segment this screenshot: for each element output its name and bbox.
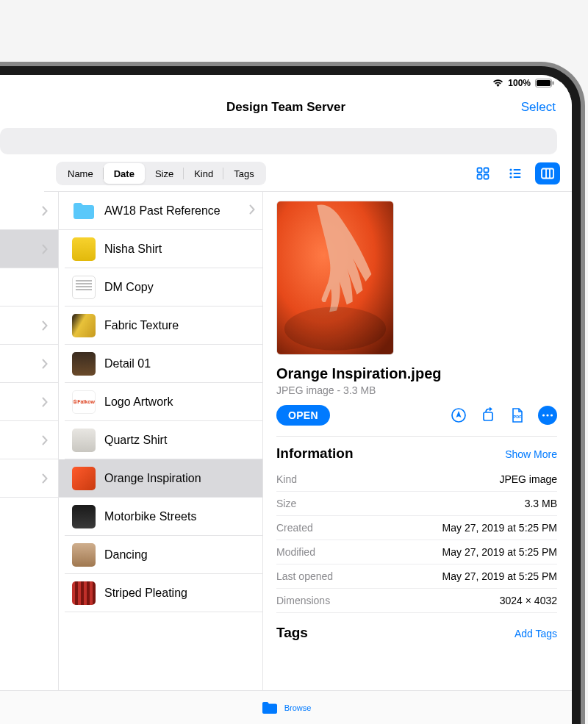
info-value: 3.3 MB [525,498,557,509]
markup-icon[interactable] [450,406,467,424]
info-key: Last opened [276,570,333,582]
view-columns-button[interactable] [535,162,560,184]
info-key: Dimensions [276,595,330,606]
file-thumbnail [72,352,96,376]
file-name: Orange Inspiration.jpeg [276,365,557,382]
svg-rect-12 [514,176,521,178]
svg-rect-3 [478,168,482,173]
parent-row[interactable] [0,192,58,230]
sort-segment: NameDateSizeKindTags [56,162,266,185]
file-row[interactable]: ①FalkowLogo Artwork [65,383,262,421]
open-button[interactable]: OPEN [276,405,330,426]
view-grid-button[interactable] [470,162,495,184]
file-row[interactable]: DM Copy [65,268,262,307]
svg-text:PDF: PDF [514,415,523,419]
file-row[interactable]: Detail 01 [65,345,262,383]
column-detail: Orange Inspiration.jpeg JPEG image - 3.3… [263,192,572,690]
search-field[interactable] [0,128,557,154]
parent-row[interactable] [0,345,58,383]
svg-point-21 [542,414,545,416]
svg-rect-13 [542,169,553,179]
file-label: Motorbike Streets [104,510,196,523]
svg-rect-6 [484,175,489,179]
file-preview [276,201,394,355]
battery-icon [535,79,554,87]
file-label: DM Copy [104,281,154,294]
sort-name[interactable]: Name [57,163,104,184]
svg-point-7 [509,168,512,171]
file-row[interactable]: Nisha Shirt [65,230,262,268]
info-key: Kind [276,473,297,485]
svg-rect-8 [514,169,521,171]
file-subtitle: JPEG image - 3.3 MB [276,384,557,396]
info-row: Last openedMay 27, 2019 at 5:25 PM [276,564,557,589]
info-key: Size [276,498,296,509]
file-row[interactable]: Fabric Texture [65,307,262,345]
file-row[interactable]: AW18 Past Reference [59,192,262,230]
file-row[interactable]: Dancing [65,536,262,574]
info-row: CreatedMay 27, 2019 at 5:25 PM [276,516,557,540]
file-label: Fabric Texture [104,319,179,332]
svg-rect-10 [514,173,521,174]
file-label: AW18 Past Reference [104,204,220,218]
column-parent [0,192,59,690]
more-button[interactable] [538,406,557,425]
info-key: Modified [276,546,315,558]
svg-rect-5 [478,175,482,179]
file-thumbnail [72,543,96,567]
file-row[interactable]: Striped Pleating [65,574,262,612]
pdf-icon[interactable]: PDF [509,406,526,424]
file-thumbnail [72,429,96,452]
sort-kind[interactable]: Kind [184,163,223,184]
folder-icon[interactable] [261,700,279,715]
info-value: May 27, 2019 at 5:25 PM [442,546,557,558]
svg-rect-1 [537,80,551,86]
chevron-right-icon [249,204,255,218]
info-row: Dimensions3024 × 4032 [276,589,557,613]
file-thumbnail [72,581,96,605]
file-thumbnail [72,237,96,261]
file-thumbnail [72,276,96,299]
browse-tab-label[interactable]: Browse [284,703,312,712]
sort-size[interactable]: Size [145,163,184,184]
file-thumbnail [72,505,96,528]
info-heading: Information [276,445,354,462]
svg-point-22 [546,414,548,416]
parent-row[interactable] [0,421,58,459]
parent-row[interactable] [0,459,58,498]
sort-tags[interactable]: Tags [223,163,264,184]
parent-row[interactable] [0,268,58,307]
select-button[interactable]: Select [521,100,556,115]
file-thumbnail [72,314,96,337]
file-row[interactable]: Motorbike Streets [65,498,262,536]
page-title: Design Team Server [226,100,345,115]
parent-row[interactable] [0,307,58,345]
file-row[interactable]: Orange Inspiration [59,459,262,498]
add-tags-button[interactable]: Add Tags [514,628,557,639]
show-more-button[interactable]: Show More [505,448,557,460]
file-label: Quartz Shirt [104,434,167,447]
battery-percent: 100% [508,78,531,88]
parent-row[interactable] [0,383,58,421]
parent-row[interactable] [0,230,58,268]
file-row[interactable]: Quartz Shirt [65,421,262,459]
file-label: Detail 01 [104,357,151,370]
svg-point-17 [284,307,386,351]
sort-date[interactable]: Date [104,163,145,184]
file-thumbnail [72,467,96,490]
info-value: May 27, 2019 at 5:25 PM [442,522,557,534]
info-row: Size3.3 MB [276,492,557,516]
bottom-tab-bar: Browse [0,690,572,724]
file-label: Orange Inspiration [104,472,201,485]
file-label: Logo Artwork [104,395,173,409]
rotate-icon[interactable] [479,406,497,424]
view-list-button[interactable] [503,162,528,184]
status-bar: 100% [0,75,572,91]
svg-rect-19 [484,412,492,420]
header: Design Team Server Select [0,91,572,123]
info-value: May 27, 2019 at 5:25 PM [442,570,557,582]
svg-point-9 [509,172,512,174]
info-value: JPEG image [499,473,557,485]
file-label: Nisha Shirt [104,243,162,256]
file-label: Dancing [104,548,148,562]
